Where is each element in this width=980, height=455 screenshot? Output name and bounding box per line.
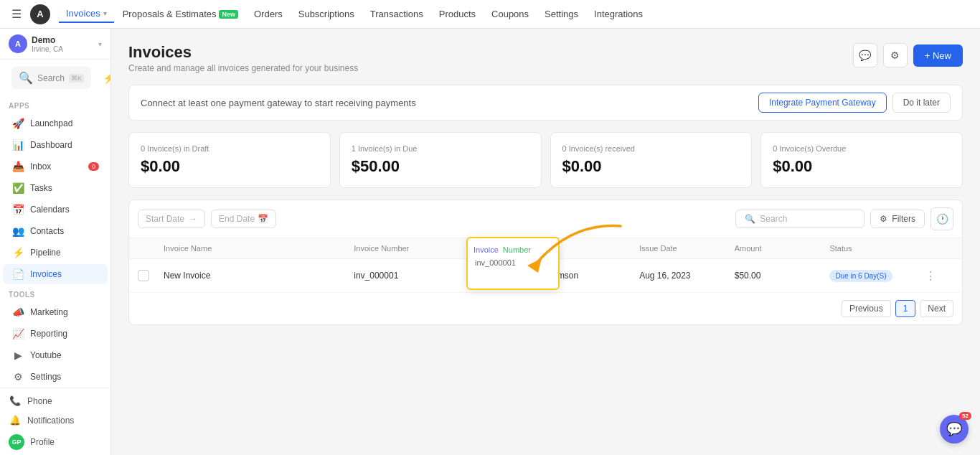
sidebar-item-notifications[interactable]: 🔔 Notifications [0,411,110,430]
chevron-down-icon: ▾ [98,40,102,48]
inbox-badge: 0 [88,162,99,171]
phone-icon: 📞 [9,395,22,406]
sidebar-item-marketing[interactable]: 📣 Marketing [3,302,108,322]
user-location: Irvine, CA [32,45,94,53]
sidebar-item-dashboard[interactable]: 📊 Dashboard [3,135,108,155]
settings-icon: ⚙ [11,371,24,383]
table-footer: Previous 1 Next [129,293,962,324]
calendars-icon: 📅 [11,204,24,215]
stat-draft-label: 0 Invoice(s) in Draft [141,144,319,153]
sidebar-item-invoices[interactable]: 📄 Invoices [3,264,108,284]
end-date-picker[interactable]: End Date 📅 [211,210,276,228]
launchpad-icon: 🚀 [11,118,24,129]
sidebar-item-profile[interactable]: GP Profile [0,430,110,454]
chat-badge: 52 [959,412,971,420]
stat-received: 0 Invoice(s) received $0.00 [550,132,753,188]
youtube-icon: ▶ [11,350,24,361]
filters-button[interactable]: ⚙ Filters [870,210,925,228]
chat-icon-btn[interactable]: 💬 [853,43,877,67]
lightning-icon[interactable]: ⚡ [100,71,111,85]
sidebar-item-settings[interactable]: ⚙ Settings [3,367,108,387]
do-it-later-button[interactable]: Do it later [892,93,951,113]
nav-item-integrations[interactable]: Integrations [587,6,650,22]
row-checkbox[interactable] [138,270,149,281]
table-toolbar: Start Date → End Date 📅 🔍 Search ⚙ Filte… [129,200,962,238]
invoices-table-section: Start Date → End Date 📅 🔍 Search ⚙ Filte… [128,200,963,325]
settings-icon-btn[interactable]: ⚙ [883,43,908,67]
clock-icon: 🕐 [936,213,948,225]
filter-icon: ⚙ [880,214,887,224]
status-cell: Due in 6 Day(S) [829,271,925,281]
clock-button[interactable]: 🕐 [930,207,953,230]
col-issue-date: Issue Date [639,244,735,253]
search-icon: 🔍 [19,71,33,85]
stat-draft-value: $0.00 [141,157,319,176]
sidebar-item-pipeline[interactable]: ⚡ Pipeline [3,243,108,263]
sidebar-item-inbox[interactable]: 📥 Inbox 0 [3,156,108,177]
sidebar: A Demo Irvine, CA ▾ 🔍 Search ⌘K ⚡ Apps 🚀… [0,29,111,455]
app-logo: A [30,4,50,24]
stat-overdue: 0 Invoice(s) Overdue $0.00 [760,132,963,188]
page-1-button[interactable]: 1 [895,300,916,317]
nav-item-proposals[interactable]: Proposals & Estimates New [116,6,245,22]
chevron-down-icon: ▾ [103,9,107,17]
sidebar-item-phone[interactable]: 📞 Phone [0,391,110,411]
tools-section-label: Tools [0,285,110,301]
start-date-label: Start Date [146,214,184,224]
reporting-icon: 📈 [11,328,24,339]
table-search-input[interactable]: 🔍 Search [735,210,864,228]
nav-item-orders[interactable]: Orders [247,6,290,22]
row-menu-button[interactable]: ⋮ [925,269,953,283]
sidebar-user[interactable]: A Demo Irvine, CA ▾ [0,29,110,60]
nav-item-invoices[interactable]: Invoices ▾ [59,5,114,23]
inbox-icon: 📥 [11,161,24,172]
new-invoice-button[interactable]: + New [913,44,963,67]
chat-widget[interactable]: 💬 52 [940,415,969,444]
sidebar-item-reporting[interactable]: 📈 Reporting [3,324,108,344]
end-date-label: End Date [219,214,255,224]
sidebar-item-calendars[interactable]: 📅 Calendars [3,200,108,220]
user-name: Demo [32,35,94,45]
amount-cell: $50.00 [735,271,830,281]
calendar-icon: 📅 [258,214,268,224]
invoice-name-cell[interactable]: New Invoice [164,271,354,281]
stats-row: 0 Invoice(s) in Draft $0.00 1 Invoice(s)… [128,132,963,188]
payment-gateway-banner: Connect at least one payment gateway to … [128,85,963,121]
sidebar-item-tasks[interactable]: ✅ Tasks [3,178,108,198]
main-content: Invoices Create and manage all invoices … [111,29,980,455]
stat-overdue-value: $0.00 [773,157,951,176]
customer-name: Grace Samson [521,271,578,281]
search-kbd: ⌘K [69,74,84,83]
sidebar-item-launchpad[interactable]: 🚀 Launchpad [3,113,108,133]
table-row: New Invoice inv_000001 GS Grace Samson A… [129,259,962,293]
search-label: Search [37,73,65,83]
dashboard-icon: 📊 [11,139,24,151]
col-amount: Amount [735,244,830,253]
previous-button[interactable]: Previous [842,300,891,317]
search-placeholder: Search [760,214,787,224]
marketing-icon: 📣 [11,306,24,318]
tasks-icon: ✅ [11,182,24,194]
avatar: A [9,34,27,53]
next-button[interactable]: Next [920,300,953,317]
col-invoice-name: Invoice Name [164,244,354,253]
start-date-picker[interactable]: Start Date → [138,210,205,228]
sidebar-search[interactable]: 🔍 Search ⌘K [11,67,91,89]
sidebar-item-youtube[interactable]: ▶ Youtube [3,345,108,365]
page-title: Invoices [128,43,358,62]
payment-banner-text: Connect at least one payment gateway to … [141,98,416,108]
nav-item-subscriptions[interactable]: Subscriptions [291,6,362,22]
nav-item-settings[interactable]: Settings [537,6,585,22]
apps-section-label: Apps [0,96,110,113]
nav-item-products[interactable]: Products [432,6,483,22]
stat-draft: 0 Invoice(s) in Draft $0.00 [128,132,331,188]
hamburger-menu[interactable]: ☰ [9,4,24,24]
stat-received-value: $0.00 [562,157,740,176]
nav-item-coupons[interactable]: Coupons [484,6,536,22]
nav-items: Invoices ▾ Proposals & Estimates New Ord… [59,5,971,23]
stat-overdue-label: 0 Invoice(s) Overdue [773,144,951,153]
invoice-number-cell: inv_000001 [354,271,496,281]
sidebar-item-contacts[interactable]: 👥 Contacts [3,221,108,241]
nav-item-transactions[interactable]: Transactions [363,6,430,22]
integrate-payment-gateway-button[interactable]: Integrate Payment Gateway [758,93,887,113]
